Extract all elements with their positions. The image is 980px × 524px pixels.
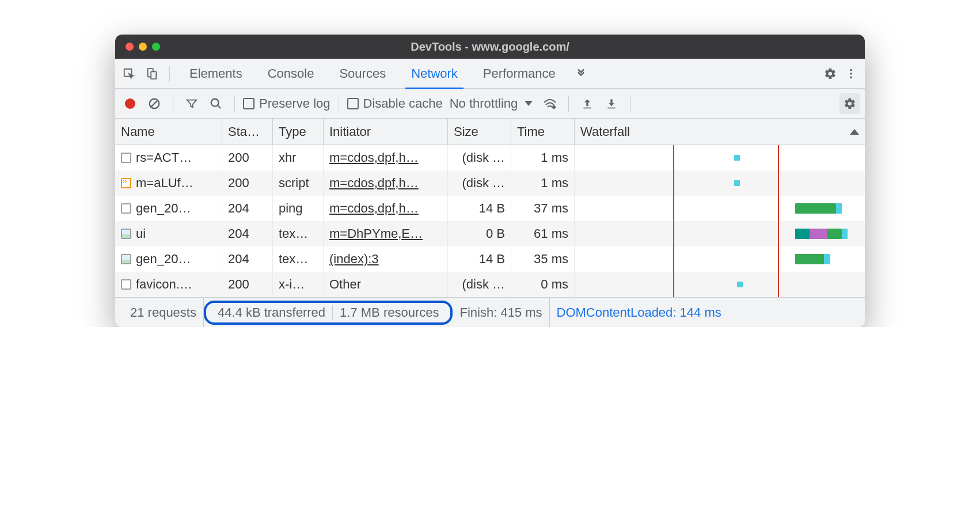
cell-size: (disk …: [448, 170, 511, 196]
cell-waterfall: [575, 246, 865, 272]
cell-status: 204: [222, 196, 273, 221]
disable-cache-checkbox[interactable]: Disable cache: [347, 96, 443, 111]
record-button[interactable]: [120, 93, 140, 114]
cell-name: gen_20…: [136, 252, 191, 267]
chevron-down-icon: [525, 101, 533, 106]
svg-point-4: [850, 73, 852, 75]
col-status[interactable]: Sta…: [222, 119, 273, 145]
col-name[interactable]: Name: [115, 119, 222, 145]
network-conditions-icon[interactable]: [540, 93, 560, 114]
file-type-icon: [121, 279, 131, 290]
tab-performance[interactable]: Performance: [470, 59, 568, 89]
cell-size: 14 B: [448, 196, 511, 221]
cell-initiator[interactable]: Other: [324, 272, 448, 297]
file-type-icon: [121, 203, 131, 214]
cell-initiator[interactable]: m=cdos,dpf,h…: [324, 196, 448, 221]
svg-point-10: [552, 105, 556, 109]
cell-size: (disk …: [448, 145, 511, 170]
cell-size: (disk …: [448, 272, 511, 297]
tab-elements[interactable]: Elements: [177, 59, 255, 89]
tab-network[interactable]: Network: [398, 59, 470, 89]
table-row[interactable]: gen_20…204tex…(index):314 B35 ms: [115, 246, 865, 272]
cell-time: 37 ms: [511, 196, 575, 221]
cell-initiator[interactable]: m=DhPYme,E…: [324, 221, 448, 246]
cell-name: ui: [136, 226, 146, 241]
cell-size: 14 B: [448, 246, 511, 272]
clear-button[interactable]: [144, 93, 165, 114]
table-row[interactable]: gen_20…204pingm=cdos,dpf,h…14 B37 ms: [115, 196, 865, 221]
cell-name: gen_20…: [136, 201, 191, 216]
table-row[interactable]: rs=ACT…200xhrm=cdos,dpf,h…(disk …1 ms: [115, 145, 865, 170]
network-settings-icon[interactable]: [840, 93, 860, 114]
inspect-element-icon[interactable]: [119, 63, 139, 84]
svg-rect-12: [608, 107, 616, 108]
summary-highlight: 44.4 kB transferred 1.7 MB resources: [204, 301, 453, 325]
settings-icon[interactable]: [820, 63, 841, 84]
device-toolbar-icon[interactable]: [142, 63, 162, 84]
preserve-log-checkbox[interactable]: Preserve log: [243, 96, 331, 111]
tab-console[interactable]: Console: [255, 59, 327, 89]
svg-point-3: [850, 69, 852, 71]
col-initiator[interactable]: Initiator: [324, 119, 448, 145]
cell-waterfall: [575, 221, 865, 246]
svg-point-8: [211, 98, 219, 106]
cell-type: script: [273, 170, 324, 196]
summary-requests: 21 requests: [123, 298, 204, 327]
col-type[interactable]: Type: [273, 119, 324, 145]
cell-waterfall: [575, 196, 865, 221]
svg-rect-2: [151, 71, 156, 79]
cell-type: xhr: [273, 145, 324, 170]
upload-har-icon[interactable]: [577, 93, 598, 114]
table-row[interactable]: ui204tex…m=DhPYme,E…0 B61 ms: [115, 221, 865, 246]
requests-table: Name Sta… Type Initiator Size Time Water…: [115, 119, 865, 297]
cell-status: 200: [222, 145, 273, 170]
table-row[interactable]: favicon.…200x-i…Other(disk …0 ms: [115, 272, 865, 297]
cell-name: favicon.…: [136, 277, 192, 292]
svg-line-7: [151, 100, 158, 107]
cell-waterfall: [575, 272, 865, 297]
cell-type: ping: [273, 196, 324, 221]
download-har-icon[interactable]: [601, 93, 622, 114]
cell-type: tex…: [273, 221, 324, 246]
svg-point-5: [850, 76, 852, 78]
summary-domcontentloaded: DOMContentLoaded: 144 ms: [550, 298, 728, 327]
window-title: DevTools - www.google.com/: [115, 40, 865, 54]
cell-initiator[interactable]: m=cdos,dpf,h…: [324, 145, 448, 170]
filter-icon[interactable]: [181, 93, 202, 114]
more-tabs-icon[interactable]: [571, 63, 591, 84]
cell-status: 200: [222, 272, 273, 297]
network-toolbar: Preserve log Disable cache No throttling: [115, 89, 865, 119]
file-type-icon: [121, 178, 131, 188]
cell-status: 204: [222, 221, 273, 246]
search-icon[interactable]: [206, 93, 226, 114]
cell-time: 35 ms: [511, 246, 575, 272]
titlebar: DevTools - www.google.com/: [115, 35, 865, 59]
table-row[interactable]: m=aLUf…200scriptm=cdos,dpf,h…(disk …1 ms: [115, 170, 865, 196]
summary-transferred: 44.4 kB transferred: [211, 305, 333, 320]
cell-waterfall: [575, 170, 865, 196]
tab-sources[interactable]: Sources: [326, 59, 398, 89]
cell-name: m=aLUf…: [136, 176, 193, 191]
cell-time: 0 ms: [511, 272, 575, 297]
kebab-menu-icon[interactable]: [841, 63, 861, 84]
cell-name: rs=ACT…: [136, 150, 192, 165]
cell-time: 1 ms: [511, 145, 575, 170]
throttling-select[interactable]: No throttling: [446, 96, 537, 111]
col-time[interactable]: Time: [511, 119, 575, 145]
summary-finish: Finish: 415 ms: [453, 298, 549, 327]
summary-resources: 1.7 MB resources: [333, 305, 446, 320]
file-type-icon: [121, 254, 131, 264]
cell-size: 0 B: [448, 221, 511, 246]
svg-line-9: [218, 105, 221, 108]
cell-time: 61 ms: [511, 221, 575, 246]
cell-waterfall: [575, 145, 865, 170]
cell-initiator[interactable]: (index):3: [324, 246, 448, 272]
cell-time: 1 ms: [511, 170, 575, 196]
summary-bar: 21 requests 44.4 kB transferred 1.7 MB r…: [115, 297, 865, 327]
file-type-icon: [121, 153, 131, 163]
col-size[interactable]: Size: [448, 119, 511, 145]
cell-initiator[interactable]: m=cdos,dpf,h…: [324, 170, 448, 196]
cell-type: x-i…: [273, 272, 324, 297]
file-type-icon: [121, 229, 131, 239]
col-waterfall[interactable]: Waterfall: [575, 119, 865, 145]
